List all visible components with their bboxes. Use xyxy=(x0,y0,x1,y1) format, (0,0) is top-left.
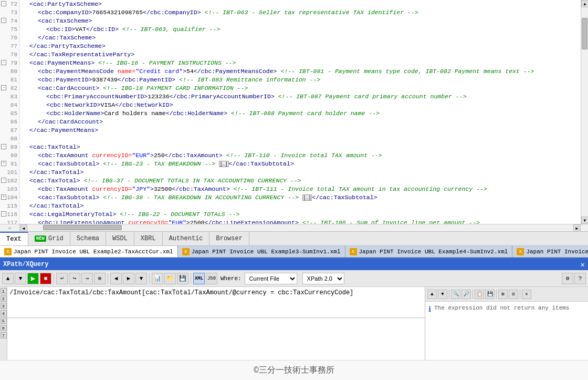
xpath-stop-button[interactable]: ■ xyxy=(40,273,51,284)
corner-space xyxy=(581,224,588,231)
results-down-btn[interactable]: ▼ xyxy=(438,290,447,299)
file-tab-icon-2: X xyxy=(350,248,357,255)
xpath-js50-toggle[interactable]: J50 xyxy=(206,273,217,284)
main-editor: 72− 73 74− 75 76 77 78 79− 80 81 82− 83 … xyxy=(0,0,588,224)
file-tab-0[interactable]: X Japan PINT Invoice UBL Example2-TaxAcc… xyxy=(0,246,178,257)
results-zoom-out[interactable]: 🔎 xyxy=(461,290,471,299)
scroll-thumb[interactable] xyxy=(582,18,587,49)
sep3 xyxy=(149,273,150,284)
xpath-where-select[interactable]: Current File xyxy=(245,273,297,284)
results-up-btn[interactable]: ▲ xyxy=(427,290,437,299)
xpath-nav-down-button[interactable]: ▼ xyxy=(15,273,26,284)
file-tab-3[interactable]: X Japan PINT Invoice UBL Example5-Allo xyxy=(512,246,588,257)
code-line-117: <cbc:LineExtensionAmount currencyID="EUR… xyxy=(21,219,580,224)
xpath-input-field[interactable]: /Invoice/cac:TaxTotal/cbc:TaxAmount[cac:… xyxy=(7,287,425,318)
xpath-save-button[interactable]: 💾 xyxy=(177,273,188,284)
xpath-chart-button[interactable]: 📊 xyxy=(152,273,163,284)
file-tab-label-3: Japan PINT Invoice UBL Example5-Allo xyxy=(526,249,588,255)
tab-schema[interactable]: Schema xyxy=(70,232,106,245)
code-area: <cac:PartyTaxScheme> <cbc:CompanyID>7665… xyxy=(20,0,581,224)
vertical-scrollbar[interactable]: ▲ ▼ xyxy=(581,0,588,224)
scroll-track[interactable] xyxy=(581,7,588,217)
scroll-down-button[interactable]: ▼ xyxy=(581,217,588,224)
fold-icon-82[interactable]: − xyxy=(1,85,6,90)
tab-authentic[interactable]: Authentic xyxy=(163,232,210,245)
fold-icon-79[interactable]: − xyxy=(1,60,6,65)
fold-icon-89[interactable]: − xyxy=(1,144,6,149)
file-tab-1[interactable]: X Japan PINT Invoice UBL Example3-SumInv… xyxy=(178,246,345,257)
tab-browser[interactable]: Browser xyxy=(209,232,249,245)
scroll-left-button[interactable]: ◀ xyxy=(20,224,27,232)
tab-wsdl[interactable]: WSDL xyxy=(106,232,134,245)
line-num-74: 74− xyxy=(0,17,19,25)
line-num-101: 101 xyxy=(0,168,19,177)
xpath-nav-up-button[interactable]: ▲ xyxy=(2,273,14,284)
fold-icon-91[interactable]: + xyxy=(1,161,6,166)
expand-button-91[interactable]: [...] xyxy=(219,161,229,167)
xpath-xml-toggle[interactable]: XML xyxy=(193,273,205,284)
expand-button-104[interactable]: [...] xyxy=(302,194,312,201)
xpath-hist-prev[interactable]: ◀ xyxy=(110,273,122,284)
side-btn-6[interactable]: 6 xyxy=(1,325,7,331)
xpath-undo-button[interactable]: ↩ xyxy=(56,273,68,284)
xpath-results-toolbar: ▲ ▼ 🔍 🔎 📋 💾 ⊞ ⊟ ✕ xyxy=(425,287,588,302)
xpath-redo-button[interactable]: ↪ xyxy=(69,273,80,284)
xpath-close-button[interactable]: ✕ xyxy=(581,260,585,269)
tab-text-label: Text xyxy=(6,235,22,243)
xpath-hist-list[interactable]: ▼ xyxy=(135,273,147,284)
xpath-hist-next[interactable]: ▶ xyxy=(123,273,134,284)
xpath-open-button[interactable]: 📁 xyxy=(164,273,176,284)
line-num-81: 81 xyxy=(0,76,19,84)
scroll-right-button[interactable]: ▶ xyxy=(573,224,581,232)
file-tab-icon-3: X xyxy=(517,248,524,255)
line-num-90: 90 xyxy=(0,151,19,160)
new-badge: NEW xyxy=(35,235,46,242)
scroll-up-button[interactable]: ▲ xyxy=(581,0,588,7)
code-line-102: <cac:TaxTotal> <!-- IBG-37 - DOCUMENT TO… xyxy=(21,177,580,185)
app: 72− 73 74− 75 76 77 78 79− 80 81 82− 83 … xyxy=(0,0,588,380)
line-num-86: 86 xyxy=(0,118,19,126)
side-btn-1[interactable]: 1 xyxy=(1,288,7,294)
xpath-settings-btn[interactable]: ⚙ xyxy=(562,273,573,284)
fold-icon-102[interactable]: − xyxy=(1,178,6,183)
xpath-help-btn[interactable]: ? xyxy=(574,273,586,284)
line-num-83: 83 xyxy=(0,93,19,101)
side-btn-5[interactable]: 5 xyxy=(1,317,7,324)
tab-grid[interactable]: NEW Grid xyxy=(28,232,70,245)
fold-icon-116[interactable]: − xyxy=(1,211,6,217)
results-copy[interactable]: 📋 xyxy=(475,290,484,299)
side-btn-7[interactable]: 7 xyxy=(1,332,7,338)
tab-xbrl[interactable]: XBRL xyxy=(134,232,163,245)
code-line-90: <cbc:TaxAmount currencyID="EUR">250</cbc… xyxy=(21,151,580,160)
xpath-main-area: 1 2 3 4 5 6 7 /Invoice/cac:TaxTotal/cbc:… xyxy=(0,287,588,360)
xpath-where-label: Where: xyxy=(220,275,242,282)
tab-text[interactable]: Text xyxy=(0,232,28,245)
line-num-103: 103 xyxy=(0,185,19,193)
xpath-execute-button[interactable]: ▶ xyxy=(27,273,39,284)
side-btn-2[interactable]: 2 xyxy=(1,295,7,302)
results-zoom-in[interactable]: 🔍 xyxy=(451,290,460,299)
line-num-84: 84 xyxy=(0,101,19,109)
results-collapse[interactable]: ⊟ xyxy=(509,290,518,299)
xpath-tree-button[interactable]: ⊕ xyxy=(94,273,106,284)
fold-icon-74[interactable]: − xyxy=(1,18,6,23)
side-btn-3[interactable]: 3 xyxy=(1,303,7,309)
side-btn-4[interactable]: 4 xyxy=(1,310,7,316)
code-line-75: <cbc:ID>VAT</cbc:ID> <!-- IBT-063, quali… xyxy=(21,25,580,34)
results-expand[interactable]: ⊞ xyxy=(498,290,508,299)
line-num-117: 117 xyxy=(0,219,19,224)
line-num-82: 82− xyxy=(0,84,19,93)
h-scroll-track[interactable] xyxy=(27,224,573,231)
code-line-116: <cac:LegalMonetaryTotal> <!-- IBG-22 - D… xyxy=(21,210,580,219)
h-scroll-thumb[interactable] xyxy=(43,225,122,230)
fold-icon-72[interactable]: − xyxy=(1,1,6,6)
results-sep2 xyxy=(472,290,473,299)
results-save[interactable]: 💾 xyxy=(485,290,495,299)
fold-icon-104[interactable]: + xyxy=(1,194,6,200)
file-tab-2[interactable]: X Japan PINT Invoice UBL Example4-SumInv… xyxy=(345,246,513,257)
line-num-80: 80 xyxy=(0,67,19,76)
xpath-fwd-button[interactable]: ⇒ xyxy=(81,273,93,284)
resize-corner[interactable]: ⇔ xyxy=(0,224,20,231)
xpath-version-select[interactable]: XPath 2.0 xyxy=(302,273,344,284)
results-close[interactable]: ✕ xyxy=(522,290,531,299)
